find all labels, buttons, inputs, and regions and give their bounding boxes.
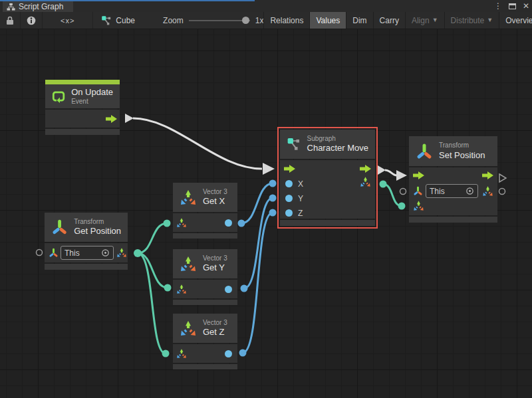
- flow-input-port[interactable]: [284, 165, 295, 173]
- relations-button[interactable]: Relations: [263, 12, 309, 29]
- transform-icon: [51, 219, 68, 236]
- dim-button[interactable]: Dim: [346, 12, 372, 29]
- z-input-port[interactable]: [285, 209, 293, 217]
- vector3-input-port-icon[interactable]: [176, 348, 187, 359]
- info-button[interactable]: [21, 12, 43, 29]
- vector3-icon: [180, 255, 197, 272]
- node-title: Character Move: [307, 143, 368, 153]
- zoom-slider-track[interactable]: [189, 20, 250, 21]
- tab-label: Script Graph: [19, 2, 63, 11]
- subgraph-icon: [287, 136, 301, 153]
- vector3-input-port-icon[interactable]: [176, 284, 187, 294]
- node-title: On Update: [71, 87, 113, 98]
- graph-node-icon: [101, 15, 112, 26]
- node-title: Get Y: [203, 262, 227, 273]
- target-object-field[interactable]: This: [61, 246, 114, 260]
- code-icon: <x>: [49, 17, 86, 25]
- code-preview-button[interactable]: <x>: [43, 12, 93, 29]
- target-object-field[interactable]: This: [426, 184, 478, 198]
- node-character-move[interactable]: Subgraph Character Move X Y Z: [277, 127, 378, 229]
- vector3-icon: [180, 320, 197, 337]
- distribute-dropdown[interactable]: Distribute▼: [444, 12, 499, 29]
- close-icon[interactable]: ✕: [523, 2, 529, 10]
- node-get-z[interactable]: Vector 3 Get Z: [173, 314, 237, 369]
- vector3-input-port-icon[interactable]: [176, 217, 187, 228]
- node-title: Get Position: [74, 226, 121, 237]
- node-title: Set Position: [439, 150, 485, 161]
- tab-script-graph[interactable]: Script Graph: [3, 1, 73, 12]
- node-kind: Transform: [439, 142, 485, 150]
- breadcrumb[interactable]: Cube: [93, 12, 143, 29]
- node-kind: Vector 3: [203, 319, 227, 328]
- lock-icon: [6, 16, 14, 25]
- flow-input-port[interactable]: [413, 171, 424, 179]
- node-get-x[interactable]: Vector 3 Get X: [173, 183, 237, 239]
- node-title: Get X: [203, 196, 227, 207]
- flow-output-port[interactable]: [482, 171, 493, 179]
- target-object-value: This: [65, 249, 101, 258]
- graph-toolbar: <x> Cube Zoom 1x Relations Values Dim Ca…: [0, 12, 532, 29]
- value-output-port[interactable]: [225, 219, 232, 227]
- tab-strip: Script Graph ⋮ ✕: [0, 0, 532, 12]
- chevron-down-icon: ▼: [487, 17, 493, 23]
- object-picker-icon[interactable]: [466, 187, 474, 195]
- x-port-label: X: [298, 179, 303, 189]
- object-picker-icon[interactable]: [101, 249, 110, 257]
- node-title: Get Z: [203, 327, 227, 338]
- target-object-value: This: [430, 187, 466, 196]
- y-port-label: Y: [298, 194, 303, 203]
- y-input-port[interactable]: [285, 195, 293, 202]
- node-get-position[interactable]: Transform Get Position This: [45, 213, 128, 270]
- flow-output-port[interactable]: [106, 115, 117, 123]
- node-on-update[interactable]: On Update Event: [45, 80, 120, 135]
- transform-icon: [416, 143, 433, 160]
- menu-kebab-icon[interactable]: ⋮: [494, 2, 502, 10]
- node-get-y[interactable]: Vector 3 Get Y: [173, 249, 237, 305]
- vector3-icon: [180, 189, 197, 206]
- flow-output-port[interactable]: [360, 165, 371, 173]
- node-set-position[interactable]: Transform Set Position This: [409, 136, 497, 223]
- zoom-label: Zoom: [163, 16, 184, 25]
- zoom-value: 1x: [255, 16, 264, 25]
- vector3-input-port-icon[interactable]: [413, 200, 424, 211]
- transform-port-icon[interactable]: [49, 248, 59, 258]
- value-output-port[interactable]: [225, 286, 232, 293]
- node-kind: Transform: [74, 218, 121, 227]
- update-loop-icon: [52, 88, 65, 105]
- graph-icon: [7, 3, 15, 11]
- lock-button[interactable]: [0, 12, 21, 29]
- maximize-icon[interactable]: [509, 3, 516, 9]
- vector3-output-port-icon[interactable]: [360, 176, 371, 187]
- info-icon: [27, 16, 36, 25]
- node-kind: Vector 3: [203, 254, 227, 263]
- node-kind: Event: [71, 98, 113, 106]
- vector3-output-port-icon[interactable]: [116, 247, 127, 258]
- event-node-color-bar: [45, 80, 120, 84]
- vector3-output-port-icon[interactable]: [482, 185, 493, 197]
- chevron-down-icon: ▼: [432, 17, 438, 23]
- breadcrumb-label: Cube: [116, 16, 135, 25]
- carry-button[interactable]: Carry: [373, 12, 405, 29]
- x-input-port[interactable]: [285, 180, 293, 187]
- values-button[interactable]: Values: [309, 12, 346, 29]
- node-kind: Subgraph: [307, 135, 368, 144]
- align-dropdown[interactable]: Align▼: [405, 12, 444, 29]
- zoom-slider-handle[interactable]: [242, 17, 249, 24]
- overview-button[interactable]: Overview: [499, 12, 532, 29]
- z-port-label: Z: [298, 209, 303, 218]
- zoom-slider[interactable]: [189, 17, 250, 25]
- node-kind: Vector 3: [203, 188, 227, 197]
- transform-port-icon[interactable]: [413, 186, 423, 196]
- value-output-port[interactable]: [225, 350, 232, 357]
